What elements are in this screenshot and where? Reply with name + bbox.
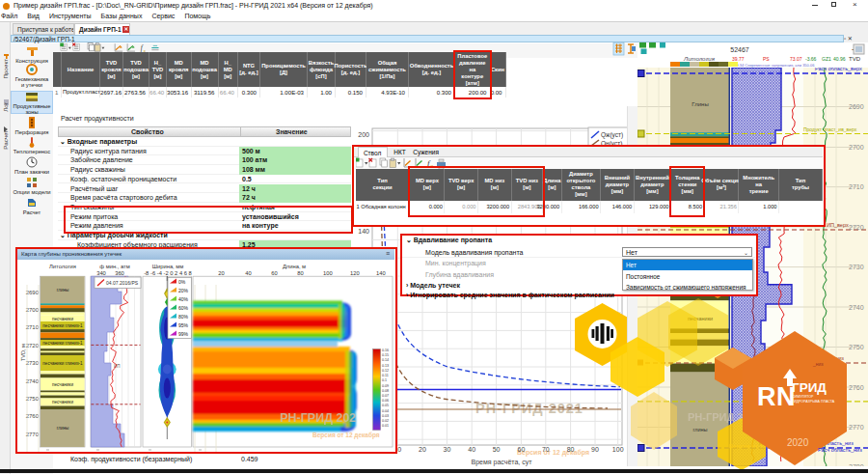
svg-text:2690: 2690: [849, 103, 864, 110]
svg-text:Литология: Литология: [49, 264, 76, 269]
svg-text:2690: 2690: [26, 289, 40, 294]
svg-text:песчаники глиниз-1: песчаники глиниз-1: [42, 361, 83, 366]
svg-text:2730: 2730: [26, 360, 40, 366]
svg-text:песчаники глиниз-1: песчаники глиниз-1: [42, 323, 83, 328]
svg-text:2760: 2760: [26, 413, 40, 419]
svg-text:0.1: 0.1: [382, 378, 387, 382]
svg-text:2720: 2720: [849, 224, 864, 231]
svg-text:95%: 95%: [178, 322, 189, 328]
svg-text:2710: 2710: [26, 324, 40, 330]
svg-text:0.07: 0.07: [382, 394, 389, 398]
svg-text:60%: 60%: [178, 305, 189, 311]
svg-text:20: 20: [419, 446, 426, 453]
svg-text:0.16: 0.16: [382, 349, 389, 352]
svg-text:2720: 2720: [26, 342, 40, 348]
svg-text:Длина, м: Длина, м: [283, 264, 306, 269]
svg-text:120: 120: [350, 270, 360, 276]
svg-text:РН-ГРИД 202: РН-ГРИД 202: [280, 410, 356, 424]
svg-text:-3.66: -3.66: [805, 56, 817, 62]
svg-text:0.02: 0.02: [382, 419, 389, 423]
svg-text:0.01: 0.01: [382, 424, 389, 428]
svg-text:R: R: [757, 382, 776, 411]
svg-text:80%: 80%: [178, 314, 189, 320]
svg-text:399.34 Современные напряжения: 399.34 Современные напряжения, атм 350.0…: [732, 63, 815, 68]
svg-text:Qж(уст): Qж(уст): [601, 131, 623, 139]
svg-text:2700: 2700: [26, 306, 40, 312]
svg-text:30: 30: [444, 446, 451, 453]
svg-text:песчаники глиниз-1: песчаники глиниз-1: [42, 340, 83, 345]
svg-text:100: 100: [323, 270, 333, 276]
svg-text:40.96: 40.96: [833, 56, 846, 62]
svg-text:80: 80: [567, 446, 575, 453]
svg-text:40: 40: [245, 270, 251, 276]
svg-text:40%: 40%: [178, 296, 189, 302]
svg-text:2020: 2020: [787, 437, 809, 448]
svg-text:0.13: 0.13: [382, 363, 389, 367]
svg-text:0.09: 0.09: [382, 383, 389, 387]
svg-text:Версия от 12 декабря: Версия от 12 декабря: [517, 449, 589, 457]
svg-text:20: 20: [218, 270, 224, 276]
svg-text:ГРИД: ГРИД: [792, 380, 827, 395]
svg-text:TVD: TVD: [849, 56, 861, 62]
svg-text:60: 60: [518, 446, 526, 453]
svg-text:73.07: 73.07: [790, 56, 802, 62]
svg-text:Глины: Глины: [692, 101, 708, 107]
svg-text:0.11: 0.11: [382, 374, 389, 377]
svg-text:39.77: 39.77: [732, 56, 745, 62]
svg-text:0.06: 0.06: [382, 399, 389, 403]
svg-text:глины: глины: [57, 288, 69, 293]
svg-text:Расч область_низ: Расч область_низ: [818, 447, 862, 453]
svg-text:Продукт пласт_ив_верх: Продукт пласт_ив_верх: [803, 126, 857, 132]
svg-text:2700: 2700: [849, 144, 864, 151]
svg-text:2770: 2770: [26, 431, 40, 436]
svg-text:РН-ГРИД 2021: РН-ГРИД 2021: [475, 401, 583, 416]
svg-text:0.08: 0.08: [382, 388, 389, 392]
svg-text:песчаники: песчаники: [52, 316, 73, 321]
svg-text:360: 360: [115, 270, 124, 276]
svg-text:20%: 20%: [178, 288, 189, 293]
svg-text:ф мин., атм: ф мин., атм: [99, 264, 129, 269]
svg-text:52467: 52467: [730, 46, 749, 53]
svg-text:ГИДРОРАЗРЫВА ПЛАСТА: ГИДРОРАЗРЫВА ПЛАСТА: [792, 400, 835, 404]
svg-text:_низ: _низ: [812, 361, 824, 367]
svg-text:60: 60: [271, 270, 277, 276]
svg-text:0.04: 0.04: [382, 408, 389, 412]
svg-text:СИМУЛЯТОР: СИМУЛЯТОР: [792, 395, 814, 399]
svg-text:0.14: 0.14: [382, 358, 389, 362]
svg-text:0.03: 0.03: [382, 413, 389, 417]
svg-text:0.05: 0.05: [382, 404, 389, 407]
svg-text:Ширина, мм: Ширина, мм: [152, 264, 184, 269]
svg-text:песчаники: песчаники: [52, 399, 73, 404]
svg-text:04.07.2016/PS: 04.07.2016/PS: [106, 280, 139, 286]
svg-text:0.12: 0.12: [382, 368, 389, 372]
svg-text:0.15: 0.15: [382, 353, 389, 357]
svg-text:GZ1: GZ1: [822, 56, 831, 62]
svg-text:140: 140: [376, 270, 386, 276]
svg-text:0%: 0%: [178, 279, 186, 285]
svg-text:140: 140: [358, 228, 369, 235]
svg-text:99%: 99%: [178, 331, 189, 337]
svg-text:-8 -6 -4 -2 0 2 4 6 8: -8 -6 -4 -2 0 2 4 6 8: [144, 270, 192, 276]
svg-text:PS: PS: [763, 56, 770, 62]
svg-text:40: 40: [468, 446, 475, 453]
svg-text:песчаники: песчаники: [52, 381, 73, 386]
svg-text:340: 340: [96, 270, 106, 276]
svg-text:ИП_верх: ИП_верх: [827, 222, 849, 228]
svg-text:50: 50: [493, 446, 501, 453]
svg-text:90: 90: [591, 446, 599, 453]
svg-text:2710: 2710: [849, 183, 864, 190]
svg-text:70: 70: [542, 446, 550, 453]
svg-text:Версия от 12 декабря: Версия от 12 декабря: [312, 432, 380, 439]
svg-text:200: 200: [358, 131, 369, 138]
svg-text:80: 80: [297, 270, 303, 276]
svg-text:Литология: Литология: [683, 56, 716, 62]
svg-text:Время расчёта, сут: Время расчёта, сут: [472, 459, 533, 466]
svg-text:2750: 2750: [26, 395, 40, 401]
svg-text:2740: 2740: [26, 377, 40, 383]
svg-text:глины: глины: [57, 426, 69, 431]
